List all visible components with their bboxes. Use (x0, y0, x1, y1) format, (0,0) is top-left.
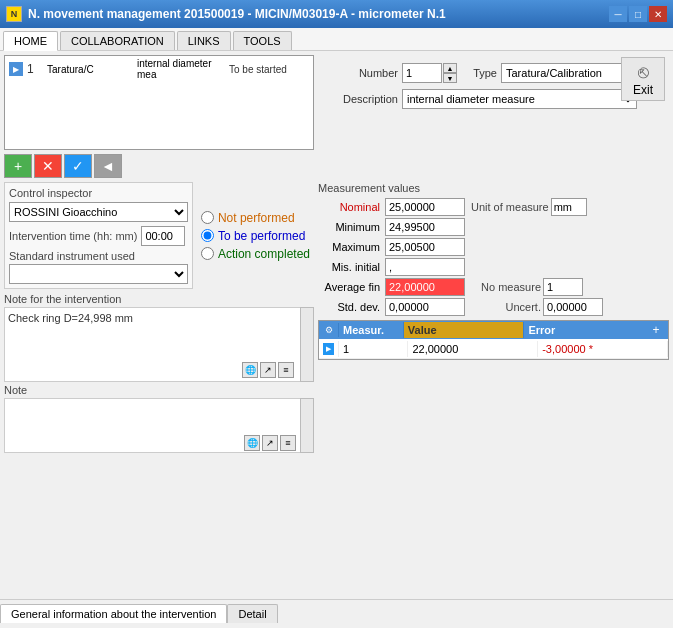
note-container: Note 🌐 ↗ ≡ (4, 384, 314, 453)
minimum-input[interactable] (385, 218, 465, 236)
play-button[interactable] (9, 62, 23, 76)
th-measur: Measur. (339, 322, 404, 338)
meas-table-row[interactable]: ▶ 1 22,00000 -3,00000 * (319, 339, 668, 359)
unit-label: Unit of measure (471, 201, 549, 213)
maximum-label: Maximum (318, 241, 383, 253)
std-instrument-label: Standard instrument used (9, 250, 188, 262)
average-label: Average fin (318, 281, 383, 293)
maximize-button[interactable]: □ (629, 6, 647, 22)
intervention-time-row: Intervention time (hh: mm) (9, 226, 188, 246)
th-icon: ⚙ (319, 323, 339, 337)
item-status: To be started (229, 64, 309, 75)
exit-button[interactable]: ⎋ Exit (621, 57, 665, 101)
mis-initial-label: Mis. initial (318, 261, 383, 273)
radio-not-performed[interactable]: Not performed (201, 211, 310, 225)
average-row: Average fin No measure (318, 278, 669, 296)
mis-initial-row: Mis. initial (318, 258, 669, 276)
average-input[interactable] (385, 278, 465, 296)
list-icon-btn-2[interactable]: ≡ (280, 435, 296, 451)
th-value: Value (404, 322, 525, 338)
globe-icon-btn-2[interactable]: 🌐 (244, 435, 260, 451)
note-intervention-container: Note for the intervention Check ring D=2… (4, 293, 314, 382)
list-item[interactable]: 1 Taratura/C internal diameter mea To be… (5, 56, 313, 82)
td-num: 1 (339, 341, 408, 357)
number-input[interactable] (402, 63, 442, 83)
item-desc: internal diameter mea (137, 58, 229, 80)
tab-detail[interactable]: Detail (227, 604, 277, 623)
minimum-label: Minimum (318, 221, 383, 233)
win-controls: ─ □ ✕ (609, 6, 667, 22)
globe-icon-btn[interactable]: 🌐 (242, 362, 258, 378)
left-bottom-panel: Control inspector ROSSINI Gioacchino Int… (4, 182, 314, 453)
description-select[interactable]: internal diameter measure (402, 89, 637, 109)
inspector-panel: Control inspector ROSSINI Gioacchino Int… (4, 182, 193, 289)
bottom-section: Control inspector ROSSINI Gioacchino Int… (4, 182, 669, 453)
settings-icon: ⚙ (325, 325, 333, 335)
exit-label: Exit (633, 83, 653, 97)
uncert-input[interactable] (543, 298, 603, 316)
nominal-label: Nominal (318, 201, 383, 213)
td-value: 22,00000 (408, 341, 538, 357)
no-measure-label: No measure (471, 281, 541, 293)
tab-tools[interactable]: TOOLS (233, 31, 292, 50)
spinner-down[interactable]: ▼ (443, 73, 457, 83)
toolbar: + ✕ ✓ ◄ (4, 154, 314, 178)
note-intervention-text: Check ring D=24,998 mm (8, 312, 133, 324)
items-list: 1 Taratura/C internal diameter mea To be… (4, 55, 314, 150)
remove-button[interactable]: ✕ (34, 154, 62, 178)
menu-bar: HOME COLLABORATION LINKS TOOLS (0, 28, 673, 51)
note-scrollbar-2[interactable] (300, 398, 314, 453)
radio-group: Not performed To be performed Action com… (197, 182, 314, 289)
add-button[interactable]: + (4, 154, 32, 178)
unit-input[interactable] (551, 198, 587, 216)
maximum-row: Maximum (318, 238, 669, 256)
uncert-label: Uncert. (471, 301, 541, 313)
arrow-icon-btn[interactable]: ↗ (260, 362, 276, 378)
minimum-row: Minimum (318, 218, 669, 236)
number-label: Number (318, 67, 398, 79)
item-type: Taratura/C (47, 64, 137, 75)
back-button[interactable]: ◄ (94, 154, 122, 178)
time-label: Intervention time (hh: mm) (9, 230, 137, 242)
inspector-row: ROSSINI Gioacchino (9, 202, 188, 222)
add-measurement-button[interactable]: + (647, 321, 665, 339)
stddev-input[interactable] (385, 298, 465, 316)
meas-table-header: ⚙ Measur. Value Error + (319, 321, 668, 339)
mis-initial-input[interactable] (385, 258, 465, 276)
tab-links[interactable]: LINKS (177, 31, 231, 50)
radio-action-completed[interactable]: Action completed (201, 247, 310, 261)
tab-collaboration[interactable]: COLLABORATION (60, 31, 175, 50)
bottom-tabs: General information about the interventi… (0, 599, 673, 623)
measurement-title: Measurement values (318, 182, 669, 194)
row-play-icon: ▶ (323, 343, 334, 355)
confirm-button[interactable]: ✓ (64, 154, 92, 178)
note-scrollbar[interactable] (300, 307, 314, 382)
note-title: Note (4, 384, 314, 396)
right-panel: ⎋ Exit Number ▲ ▼ Type Taratura/Calibrat… (318, 55, 669, 178)
std-instrument-select[interactable] (9, 264, 188, 284)
stddev-row: Std. dev. Uncert. (318, 298, 669, 316)
list-icon-btn[interactable]: ≡ (278, 362, 294, 378)
main-content: 1 Taratura/C internal diameter mea To be… (0, 51, 673, 623)
description-row: Description internal diameter measure (318, 89, 669, 109)
title-bar: N N. movement management 201500019 - MIC… (0, 0, 673, 28)
close-button[interactable]: ✕ (649, 6, 667, 22)
measurement-panel: Measurement values Nominal Unit of measu… (318, 182, 669, 453)
nominal-input[interactable] (385, 198, 465, 216)
tab-general-info[interactable]: General information about the interventi… (0, 604, 227, 623)
inspector-select[interactable]: ROSSINI Gioacchino (9, 202, 188, 222)
tab-home[interactable]: HOME (3, 31, 58, 51)
inspector-label: Control inspector (9, 187, 188, 199)
spinner-up[interactable]: ▲ (443, 63, 457, 73)
arrow-icon-btn-2[interactable]: ↗ (262, 435, 278, 451)
no-measure-input[interactable] (543, 278, 583, 296)
left-panel: 1 Taratura/C internal diameter mea To be… (4, 55, 314, 178)
maximum-input[interactable] (385, 238, 465, 256)
minimize-button[interactable]: ─ (609, 6, 627, 22)
stddev-label: Std. dev. (318, 301, 383, 313)
time-input[interactable] (141, 226, 185, 246)
type-label: Type (457, 67, 497, 79)
td-error: -3,00000 * (538, 341, 668, 357)
radio-to-be-performed[interactable]: To be performed (201, 229, 310, 243)
description-label: Description (318, 93, 398, 105)
